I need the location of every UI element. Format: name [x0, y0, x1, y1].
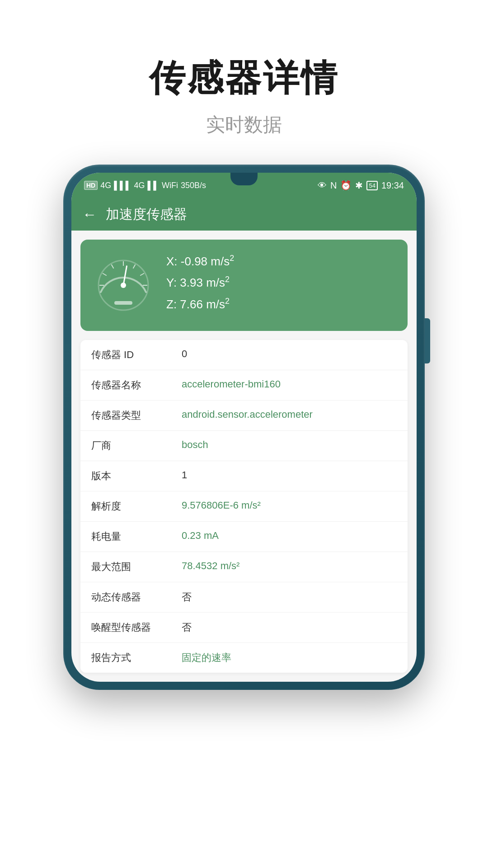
svg-line-5	[133, 264, 136, 269]
detail-row: 厂商bosch	[80, 431, 408, 461]
time-display: 19:34	[381, 180, 404, 191]
detail-label: 最大范围	[91, 560, 182, 574]
detail-value: 0.23 mA	[182, 530, 397, 542]
detail-row: 耗电量0.23 mA	[80, 522, 408, 552]
app-bar-title: 加速度传感器	[106, 205, 187, 224]
detail-row: 传感器 ID0	[80, 340, 408, 370]
nfc-icon: N	[330, 180, 337, 191]
detail-row: 动态传感器否	[80, 582, 408, 613]
eye-icon: 👁	[318, 180, 327, 191]
detail-label: 版本	[91, 469, 182, 483]
detail-row: 最大范围78.4532 m/s²	[80, 552, 408, 582]
detail-row: 解析度9.576806E-6 m/s²	[80, 491, 408, 522]
page-title: 传感器详情	[149, 54, 339, 103]
detail-value: 否	[182, 621, 397, 634]
detail-row: 唤醒型传感器否	[80, 613, 408, 643]
bluetooth-icon: ✱	[355, 180, 363, 191]
detail-label: 报告方式	[91, 651, 182, 665]
wifi-icon: WiFi	[162, 181, 178, 190]
speed-indicator: 350B/s	[181, 181, 206, 190]
network-4g-1: 4G	[100, 181, 111, 190]
detail-value: bosch	[182, 439, 397, 451]
signal-icon: ▌▌▌	[114, 181, 131, 190]
back-button[interactable]: ←	[82, 206, 97, 223]
status-right: 👁 N ⏰ ✱ 54 19:34	[318, 180, 404, 191]
svg-line-8	[123, 266, 127, 285]
svg-line-3	[112, 264, 114, 269]
z-value: Z: 7.66 m/s2	[166, 296, 234, 312]
status-left: HD 4G ▌▌▌ 4G ▌▌ WiFi 350B/s	[84, 181, 206, 190]
detail-value: 固定的速率	[182, 651, 397, 665]
speedometer-icon	[94, 256, 153, 315]
detail-value: accelerometer-bmi160	[182, 378, 397, 390]
detail-label: 传感器 ID	[91, 348, 182, 362]
detail-value: 0	[182, 348, 397, 360]
detail-row: 报告方式固定的速率	[80, 643, 408, 673]
detail-row: 版本1	[80, 461, 408, 491]
detail-label: 传感器名称	[91, 378, 182, 392]
app-bar: ← 加速度传感器	[71, 198, 417, 231]
detail-label: 动态传感器	[91, 590, 182, 604]
y-value: Y: 3.93 m/s2	[166, 274, 234, 290]
page-header: 传感器详情 实时数据	[149, 54, 339, 137]
detail-row: 传感器类型android.sensor.accelerometer	[80, 401, 408, 431]
detail-value: android.sensor.accelerometer	[182, 409, 397, 420]
phone-notch	[230, 173, 258, 185]
page-subtitle: 实时数据	[149, 112, 339, 137]
detail-label: 唤醒型传感器	[91, 621, 182, 634]
detail-label: 耗电量	[91, 530, 182, 543]
svg-point-9	[121, 283, 126, 288]
alarm-icon: ⏰	[340, 180, 352, 191]
details-table: 传感器 ID0传感器名称accelerometer-bmi160传感器类型and…	[80, 340, 408, 673]
sensor-card: X: -0.98 m/s2 Y: 3.93 m/s2 Z: 7.66 m/s2	[80, 240, 408, 331]
x-value: X: -0.98 m/s2	[166, 253, 234, 269]
detail-label: 传感器类型	[91, 409, 182, 422]
detail-value: 78.4532 m/s²	[182, 560, 397, 572]
detail-value: 1	[182, 469, 397, 481]
phone-shell: HD 4G ▌▌▌ 4G ▌▌ WiFi 350B/s 👁 N ⏰ ✱ 54	[63, 165, 425, 690]
detail-value: 否	[182, 590, 397, 604]
hd-badge: HD	[84, 181, 98, 190]
detail-label: 厂商	[91, 439, 182, 453]
detail-label: 解析度	[91, 500, 182, 513]
sensor-values: X: -0.98 m/s2 Y: 3.93 m/s2 Z: 7.66 m/s2	[166, 253, 234, 317]
svg-line-2	[103, 274, 107, 276]
phone-screen: HD 4G ▌▌▌ 4G ▌▌ WiFi 350B/s 👁 N ⏰ ✱ 54	[71, 173, 417, 682]
network-4g-2: 4G	[134, 181, 145, 190]
battery-icon: 54	[366, 181, 377, 190]
phone-mockup: HD 4G ▌▌▌ 4G ▌▌ WiFi 350B/s 👁 N ⏰ ✱ 54	[63, 165, 425, 690]
svg-rect-10	[114, 301, 132, 305]
detail-row: 传感器名称accelerometer-bmi160	[80, 370, 408, 401]
svg-line-6	[140, 274, 144, 276]
signal-icon-2: ▌▌	[148, 181, 160, 190]
detail-value: 9.576806E-6 m/s²	[182, 500, 397, 511]
